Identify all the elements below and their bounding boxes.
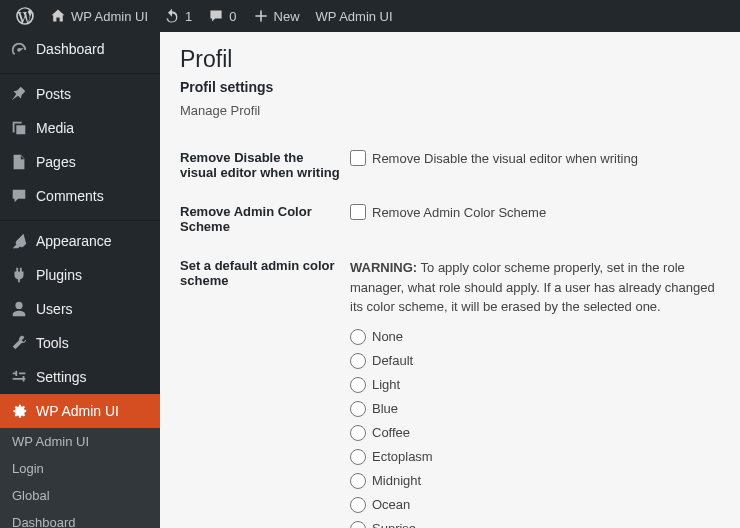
radio-sunrise-input[interactable] (350, 521, 366, 529)
checkbox-visual-editor[interactable] (350, 150, 366, 166)
radio-coffee[interactable]: Coffee (350, 425, 720, 441)
warning-text: WARNING: To apply color scheme properly,… (350, 258, 720, 317)
refresh-icon (164, 8, 180, 24)
sub-item-login[interactable]: Login (0, 455, 160, 482)
sub-item-global[interactable]: Global (0, 482, 160, 509)
radio-sunrise[interactable]: Sunrise (350, 521, 720, 529)
row-default-scheme-th: Set a default admin color scheme (180, 246, 350, 528)
sidebar-item-appearance[interactable]: Appearance (0, 224, 160, 258)
gauge-icon (10, 40, 28, 58)
site-link[interactable]: WP Admin UI (42, 0, 156, 32)
radio-ectoplasm-input[interactable] (350, 449, 366, 465)
admin-sidebar: Dashboard Posts Media Pages Comments App… (0, 32, 160, 528)
radio-blue[interactable]: Blue (350, 401, 720, 417)
sidebar-item-tools[interactable]: Tools (0, 326, 160, 360)
updates-count: 1 (185, 9, 192, 24)
main-content: Profil Profil settings Manage Profil Rem… (160, 32, 740, 528)
page-icon (10, 153, 28, 171)
row-visual-editor-th: Remove Disable the visual editor when wr… (180, 138, 350, 192)
row-visual-editor-label[interactable]: Remove Disable the visual editor when wr… (350, 150, 638, 166)
wrench-icon (10, 334, 28, 352)
gear-icon (10, 402, 28, 420)
new-link[interactable]: New (245, 0, 308, 32)
separator (0, 69, 160, 74)
sidebar-item-dashboard[interactable]: Dashboard (0, 32, 160, 66)
radio-default-input[interactable] (350, 353, 366, 369)
radio-ocean-input[interactable] (350, 497, 366, 513)
radio-none[interactable]: None (350, 329, 720, 345)
sub-item-overview[interactable]: WP Admin UI (0, 428, 160, 455)
row-color-scheme-label[interactable]: Remove Admin Color Scheme (350, 204, 546, 220)
settings-table: Remove Disable the visual editor when wr… (180, 138, 720, 528)
site-name: WP Admin UI (71, 9, 148, 24)
radio-midnight[interactable]: Midnight (350, 473, 720, 489)
radio-light-input[interactable] (350, 377, 366, 393)
wordpress-icon (16, 7, 34, 25)
sliders-icon (10, 368, 28, 386)
user-icon (10, 300, 28, 318)
sub-item-dashboard[interactable]: Dashboard (0, 509, 160, 528)
breadcrumb-link[interactable]: WP Admin UI (308, 0, 401, 32)
pin-icon (10, 85, 28, 103)
plug-icon (10, 266, 28, 284)
radio-ocean[interactable]: Ocean (350, 497, 720, 513)
admin-bar: WP Admin UI 1 0 New WP Admin UI (0, 0, 740, 32)
breadcrumb-label: WP Admin UI (316, 9, 393, 24)
comments-link[interactable]: 0 (200, 0, 244, 32)
row-color-scheme-th: Remove Admin Color Scheme (180, 192, 350, 246)
wp-logo[interactable] (8, 0, 42, 32)
separator (0, 216, 160, 221)
sidebar-item-posts[interactable]: Posts (0, 77, 160, 111)
home-icon (50, 8, 66, 24)
radio-coffee-input[interactable] (350, 425, 366, 441)
radio-none-input[interactable] (350, 329, 366, 345)
updates-link[interactable]: 1 (156, 0, 200, 32)
comment-icon (208, 8, 224, 24)
new-label: New (274, 9, 300, 24)
plus-icon (253, 8, 269, 24)
page-description: Manage Profil (180, 103, 720, 118)
sidebar-item-users[interactable]: Users (0, 292, 160, 326)
color-scheme-radios: None Default Light Blue Coffee Ectoplasm… (350, 329, 720, 529)
media-icon (10, 119, 28, 137)
radio-blue-input[interactable] (350, 401, 366, 417)
page-subtitle: Profil settings (180, 79, 720, 95)
radio-midnight-input[interactable] (350, 473, 366, 489)
page-title: Profil (180, 46, 720, 73)
sidebar-item-wpadminui[interactable]: WP Admin UI (0, 394, 160, 428)
checkbox-color-scheme[interactable] (350, 204, 366, 220)
comments-count: 0 (229, 9, 236, 24)
radio-ectoplasm[interactable]: Ectoplasm (350, 449, 720, 465)
comment-icon (10, 187, 28, 205)
sidebar-item-comments[interactable]: Comments (0, 179, 160, 213)
brush-icon (10, 232, 28, 250)
sidebar-item-settings[interactable]: Settings (0, 360, 160, 394)
sidebar-item-plugins[interactable]: Plugins (0, 258, 160, 292)
sidebar-item-pages[interactable]: Pages (0, 145, 160, 179)
sidebar-item-media[interactable]: Media (0, 111, 160, 145)
radio-default[interactable]: Default (350, 353, 720, 369)
radio-light[interactable]: Light (350, 377, 720, 393)
